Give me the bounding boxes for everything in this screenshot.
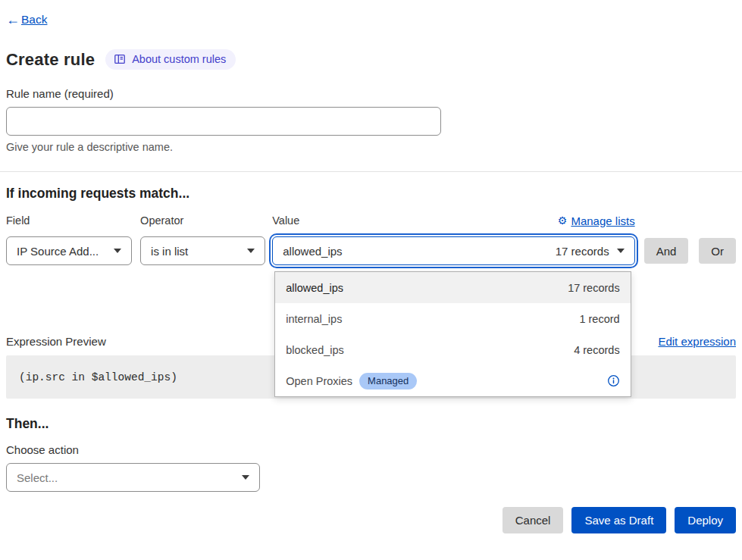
save-as-draft-button[interactable]: Save as Draft bbox=[571, 507, 666, 533]
list-option-internal-ips[interactable]: internal_ips 1 record bbox=[275, 303, 630, 334]
field-select-value: IP Source Add... bbox=[17, 245, 106, 258]
condition-row: Field IP Source Add... Operator is in li… bbox=[6, 214, 736, 265]
field-label: Field bbox=[6, 214, 132, 227]
gear-icon: ⚙ bbox=[558, 215, 568, 226]
list-option-name: Open Proxies bbox=[286, 375, 352, 387]
rule-name-input[interactable] bbox=[6, 107, 441, 136]
back-arrow-icon: ← bbox=[6, 13, 20, 27]
expression-preview-label: Expression Preview bbox=[6, 335, 106, 348]
list-option-blocked-ips[interactable]: blocked_ips 4 records bbox=[275, 334, 630, 365]
back-label: Back bbox=[21, 13, 47, 27]
chevron-down-icon bbox=[617, 249, 625, 253]
chevron-down-icon bbox=[247, 249, 255, 253]
book-icon bbox=[114, 53, 126, 65]
field-select[interactable]: IP Source Add... bbox=[6, 236, 132, 265]
list-option-meta: 17 records bbox=[568, 282, 620, 294]
section-divider bbox=[0, 171, 742, 172]
and-button[interactable]: And bbox=[644, 238, 689, 264]
value-label-row: Value ⚙ Manage lists bbox=[272, 214, 634, 227]
rule-name-helper: Give your rule a descriptive name. bbox=[6, 141, 736, 153]
value-select-value: allowed_ips bbox=[283, 245, 556, 258]
list-option-meta: 1 record bbox=[579, 313, 619, 325]
manage-lists-link[interactable]: ⚙ Manage lists bbox=[558, 214, 635, 227]
managed-badge: Managed bbox=[359, 373, 417, 389]
action-select-placeholder: Select... bbox=[17, 471, 234, 484]
match-section-heading: If incoming requests match... bbox=[6, 186, 736, 202]
chevron-down-icon bbox=[114, 249, 121, 253]
operator-column: Operator is in list bbox=[140, 214, 265, 265]
page-title: Create rule bbox=[6, 50, 95, 70]
action-select[interactable]: Select... bbox=[6, 463, 260, 492]
or-button[interactable]: Or bbox=[699, 238, 736, 264]
value-label: Value bbox=[272, 214, 299, 227]
info-icon[interactable] bbox=[607, 374, 620, 387]
then-section-heading: Then... bbox=[6, 416, 736, 432]
choose-action-label: Choose action bbox=[6, 443, 736, 456]
rule-name-label: Rule name (required) bbox=[6, 87, 736, 100]
edit-expression-link[interactable]: Edit expression bbox=[658, 335, 736, 348]
list-option-name: internal_ips bbox=[286, 313, 342, 325]
list-option-meta: 4 records bbox=[574, 344, 619, 356]
create-rule-page: ← Back Create rule About custom rules Ru… bbox=[0, 0, 742, 560]
field-column: Field IP Source Add... bbox=[6, 214, 132, 265]
list-option-open-proxies[interactable]: Open Proxies Managed bbox=[275, 365, 630, 396]
operator-select[interactable]: is in list bbox=[140, 236, 265, 265]
about-custom-rules-link[interactable]: About custom rules bbox=[105, 49, 236, 70]
list-option-allowed-ips[interactable]: allowed_ips 17 records bbox=[275, 272, 630, 303]
deploy-button[interactable]: Deploy bbox=[675, 507, 736, 533]
list-option-name: blocked_ips bbox=[286, 344, 344, 356]
list-dropdown-panel: allowed_ips 17 records internal_ips 1 re… bbox=[274, 271, 631, 397]
chevron-down-icon bbox=[242, 475, 249, 480]
title-row: Create rule About custom rules bbox=[6, 49, 736, 70]
about-custom-rules-label: About custom rules bbox=[132, 53, 226, 65]
cancel-button[interactable]: Cancel bbox=[502, 507, 564, 533]
list-option-name: allowed_ips bbox=[286, 282, 343, 294]
expression-code: (ip.src in $allowed_ips) bbox=[19, 371, 177, 383]
back-link[interactable]: ← Back bbox=[6, 13, 47, 27]
footer-actions: Cancel Save as Draft Deploy bbox=[6, 507, 736, 533]
operator-label: Operator bbox=[140, 214, 265, 227]
value-select[interactable]: allowed_ips 17 records allowed_ips 17 re… bbox=[272, 236, 634, 265]
value-select-meta: 17 records bbox=[556, 245, 609, 258]
operator-select-value: is in list bbox=[151, 245, 240, 258]
value-column: Value ⚙ Manage lists allowed_ips 17 reco… bbox=[272, 214, 634, 265]
manage-lists-label: Manage lists bbox=[571, 214, 634, 227]
